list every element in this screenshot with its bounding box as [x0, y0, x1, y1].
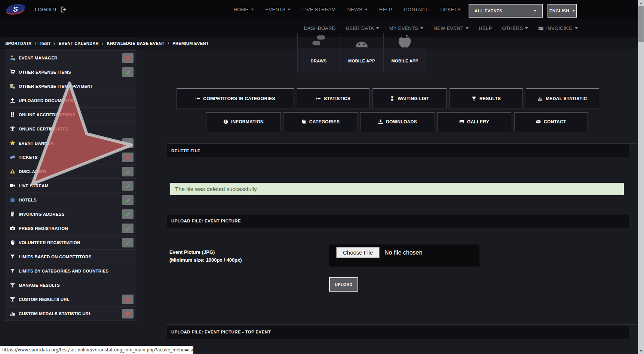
file-input[interactable]: Choose File No file chosen [329, 244, 479, 267]
subnav-item-my-events[interactable]: MY EVENTS [389, 25, 424, 31]
choose-file-button[interactable]: Choose File [336, 247, 380, 258]
sidebar-item-uploaded-documents[interactable]: UPLOADED DOCUMENTS [5, 93, 137, 108]
tab-statistics[interactable]: STATISTICS [297, 88, 369, 108]
trophy-icon [10, 282, 15, 288]
sitemap-icon [311, 34, 326, 49]
success-alert: The file was deleted successfully. [170, 183, 624, 195]
sidebar-item-custom-medals-statistic-url[interactable]: CUSTOM MEDALS STATISTIC URL [5, 307, 137, 321]
tab-information[interactable]: INFORMATION [206, 112, 281, 131]
subnav-item-new-event[interactable]: NEW EVENT [433, 25, 469, 31]
trophy-icon [10, 296, 15, 302]
breadcrumb-item-event-calendar[interactable]: EVENT CALENDAR [59, 41, 99, 46]
hand-icon [10, 240, 15, 245]
topnav-item-news[interactable]: NEWS [347, 7, 368, 12]
status-check-icon [122, 224, 134, 233]
subnav-item-others[interactable]: OTHERS [502, 25, 528, 31]
sidebar-item-hotels[interactable]: HOTELS [5, 193, 137, 207]
invoice-icon [10, 211, 15, 217]
sidebar-item-other-expense-items-payment[interactable]: OTHER EXPENSE ITEMS PAYMENT [5, 79, 137, 93]
tab-gallery[interactable]: GALLERY [437, 112, 511, 131]
scroll-down-icon[interactable]: ▼ [638, 348, 644, 354]
status-check-icon [122, 238, 134, 247]
tab-medal-statistic[interactable]: MEDAL STATISTIC [526, 88, 599, 108]
sidebar-item-volunteer-registration[interactable]: VOLUNTEER REGISTRATION [5, 236, 137, 250]
breadcrumb-separator: / [168, 41, 169, 46]
tab-contact[interactable]: CONTACT [514, 112, 588, 131]
caret-down-icon [420, 27, 423, 29]
topnav-item-home[interactable]: HOME [233, 7, 254, 12]
sidebar-item-other-expense-items[interactable]: OTHER EXPENSE ITEMS [5, 65, 137, 79]
breadcrumb-item-sportdata[interactable]: SPORTDATA [5, 41, 31, 46]
sidebar-item-limits-by-categories-and-countries[interactable]: LIMITS BY CATEGORIES AND COUNTRIES [5, 264, 137, 278]
topnav-item-events[interactable]: EVENTS [266, 7, 291, 12]
status-check-icon [122, 209, 134, 219]
warning-icon [10, 169, 15, 174]
tab-results[interactable]: RESULTS [450, 88, 523, 108]
money-icon [538, 25, 544, 31]
tab-competitors-in-categories[interactable]: COMPETITORS IN CATEGORIES [177, 88, 294, 108]
status-cross-icon [122, 53, 134, 63]
upload-picture-title: UPLOAD FILE: EVENT PICTURE [171, 219, 241, 223]
scrollbar[interactable]: ▲ ▼ [638, 0, 644, 354]
breadcrumb-item-test[interactable]: TEST [40, 41, 51, 46]
sidebar-item-manage-results[interactable]: MANAGE RESULTS [5, 278, 137, 292]
caret-down-icon [251, 9, 254, 10]
all-events-select[interactable]: ALL EVENTS [469, 4, 543, 18]
caret-down-icon [365, 9, 368, 10]
tab-waiting-list[interactable]: WAITING LIST [372, 88, 447, 108]
android-icon [354, 34, 369, 49]
sidebar-item-event-manager[interactable]: EVENT MANAGER [5, 51, 137, 65]
hourglass-icon [390, 96, 395, 101]
sidebar-item-event-banner[interactable]: EVENT BANNER [5, 136, 137, 150]
sidebar-item-invoicing-address[interactable]: INVOICING ADDRESS [5, 207, 137, 221]
scrollbar-thumb[interactable] [638, 6, 644, 42]
download-icon [378, 119, 383, 124]
tab-categories[interactable]: CATEGORIES [283, 112, 358, 131]
ticket-icon [10, 154, 15, 160]
topnav-item-help[interactable]: HELP [379, 7, 392, 12]
status-check-icon [122, 181, 134, 191]
subnav-item-invoicing[interactable]: INVOICING [538, 25, 578, 31]
person-plus-icon [10, 55, 15, 61]
sidebar-item-custom-results-url[interactable]: CUSTOM RESULTS URL [5, 292, 137, 307]
sportdata-logo-icon[interactable]: S [4, 2, 28, 17]
sidebar-item-disclaimer[interactable]: DISCLAIMER [5, 164, 137, 179]
topnav-item-contact[interactable]: CONTACT [404, 7, 428, 12]
language-value: ENGLISH [549, 9, 569, 13]
icon-tab-mobile-app-android[interactable]: MOBILE APP [340, 33, 383, 73]
divider [167, 143, 638, 144]
subnav-item-user-data[interactable]: USER DATA [346, 25, 379, 31]
topnav-item-live-stream[interactable]: LIVE STREAM [302, 7, 335, 12]
sidebar-item-live-stream[interactable]: LIVE STREAM [5, 179, 137, 193]
browser-viewport: S LOGOUT HOMEEVENTSLIVE STREAMNEWSHELPCO… [0, 0, 644, 354]
subnav-item-dashboard[interactable]: DASHBOARD [304, 25, 335, 31]
chart-icon [10, 311, 15, 316]
language-select[interactable]: ENGLISH [548, 4, 577, 18]
icon-tab-mobile-app-apple[interactable]: MOBILE APP [383, 33, 426, 73]
topnav-item-tickets[interactable]: TICKETS [439, 7, 461, 12]
upload-button[interactable]: UPLOAD [329, 277, 358, 292]
tab-downloads[interactable]: DOWNLOADS [360, 112, 435, 131]
caret-down-icon [575, 27, 578, 29]
svg-text:S: S [13, 5, 18, 13]
star-icon [10, 140, 15, 146]
sidebar-item-online-certificates[interactable]: ONLINE CERTIFICATES [5, 122, 137, 136]
sidebar-item-online-accreditations[interactable]: ONLINE ACCREDITATIONS [5, 108, 137, 122]
field-hint: (Minimum size: 1600px / 400px) [169, 256, 242, 264]
scroll-up-icon[interactable]: ▲ [638, 0, 644, 6]
icon-tab-draws-sitemap[interactable]: DRAWS [297, 33, 340, 73]
sidebar-item-limits-based-on-competitors[interactable]: LIMITS BASED ON COMPETITORS [5, 250, 137, 264]
top-navbar: S LOGOUT HOMEEVENTSLIVE STREAMNEWSHELPCO… [0, 0, 644, 19]
caret-down-icon [572, 10, 575, 12]
logout-button[interactable]: LOGOUT [35, 0, 66, 19]
sidebar-item-press-registration[interactable]: PRESS REGISTRATION [5, 221, 137, 236]
caret-down-icon [466, 27, 469, 29]
upload-top-event-panel-header: UPLOAD FILE: EVENT PICTURE - TOP EVENT [167, 326, 629, 339]
breadcrumb-item-premium-event[interactable]: PREMIUM EVENT [172, 41, 209, 46]
file-chosen-status: No file chosen [384, 244, 422, 261]
breadcrumb-separator: / [35, 41, 36, 46]
status-check-icon [122, 195, 134, 205]
breadcrumb-item-knowledge-base-event[interactable]: KNOWLEDGE BASE EVENT [107, 41, 165, 46]
subnav-item-help[interactable]: HELP [479, 25, 492, 31]
sidebar-item-tickets[interactable]: TICKETS [5, 150, 137, 164]
